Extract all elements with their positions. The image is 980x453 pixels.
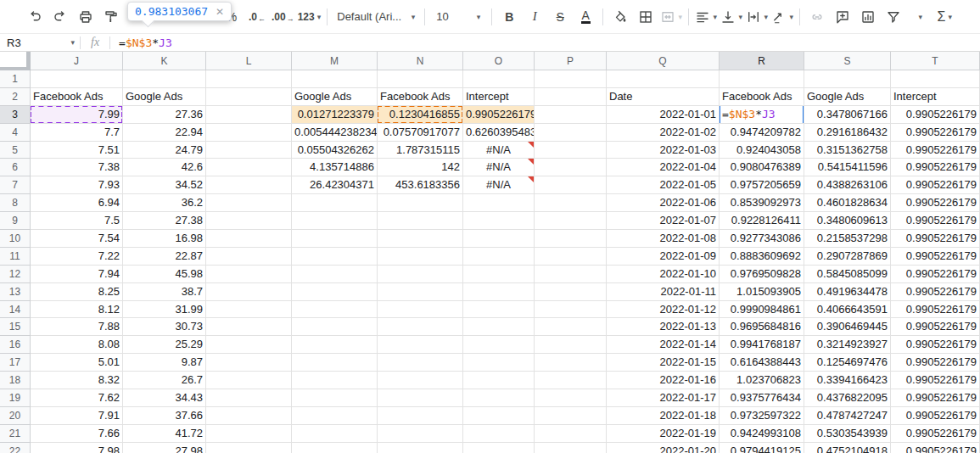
cell-R18[interactable]: 1.023706823 [720, 372, 804, 389]
cell-P10[interactable] [535, 230, 607, 248]
cell-L5[interactable] [206, 142, 292, 159]
paint-format-button[interactable] [100, 6, 122, 28]
cell-R9[interactable]: 0.9228126411 [720, 212, 804, 230]
cell-S21[interactable]: 0.5303543939 [804, 425, 891, 443]
print-button[interactable] [75, 6, 97, 28]
cell-Q16[interactable]: 2022-01-14 [607, 336, 720, 354]
cell-R20[interactable]: 0.9732597322 [720, 407, 804, 425]
cell-P18[interactable] [535, 372, 607, 389]
cell-J12[interactable]: 7.94 [31, 266, 123, 283]
cell-O3[interactable]: 0.9905226179 [463, 106, 535, 124]
cell-R14[interactable]: 0.9990984861 [720, 301, 804, 319]
cell-O18[interactable] [463, 372, 535, 389]
row-header-14[interactable]: 14 [0, 301, 31, 319]
cell-N11[interactable] [378, 248, 463, 266]
cell-P13[interactable] [535, 283, 607, 301]
cell-K9[interactable]: 27.38 [123, 212, 206, 230]
row-header-2[interactable]: 2 [0, 88, 31, 106]
cell-J8[interactable]: 6.94 [31, 194, 123, 212]
strikethrough-button[interactable]: S [549, 6, 571, 28]
cell-K6[interactable]: 42.6 [123, 159, 206, 176]
cell-L17[interactable] [206, 354, 292, 372]
cell-S6[interactable]: 0.5415411596 [804, 159, 891, 176]
cell-P21[interactable] [535, 425, 607, 443]
cell-M7[interactable]: 26.42304371 [292, 176, 378, 194]
cell-M19[interactable] [292, 389, 378, 407]
cell-T1[interactable] [891, 70, 980, 88]
cell-L9[interactable] [206, 212, 292, 230]
row-header-15[interactable]: 15 [0, 318, 31, 336]
cell-J1[interactable] [31, 70, 123, 88]
cell-L1[interactable] [206, 70, 292, 88]
cell-S18[interactable]: 0.3394166423 [804, 372, 891, 389]
cell-R4[interactable]: 0.9474209782 [720, 124, 804, 142]
column-header-R[interactable]: R [720, 52, 804, 70]
cell-M14[interactable] [292, 301, 378, 319]
cell-M20[interactable] [292, 407, 378, 425]
cell-S15[interactable]: 0.3906469445 [804, 318, 891, 336]
cell-O8[interactable] [463, 194, 535, 212]
cell-O21[interactable] [463, 425, 535, 443]
cell-Q8[interactable]: 2022-01-06 [607, 194, 720, 212]
cell-O19[interactable] [463, 389, 535, 407]
cell-T22[interactable]: 0.9905226179 [891, 443, 980, 453]
cell-T2[interactable]: Intercept [891, 88, 980, 106]
cell-K11[interactable]: 22.87 [123, 248, 206, 266]
cell-M8[interactable] [292, 194, 378, 212]
cell-P2[interactable] [535, 88, 607, 106]
cell-Q3[interactable]: 2022-01-01 [607, 106, 720, 124]
cell-S2[interactable]: Google Ads [804, 88, 891, 106]
create-filter-button[interactable] [882, 6, 904, 28]
cell-N1[interactable] [378, 70, 463, 88]
cell-J6[interactable]: 7.38 [31, 159, 123, 176]
cell-T19[interactable]: 0.9905226179 [891, 389, 980, 407]
cell-T14[interactable]: 0.9905226179 [891, 301, 980, 319]
cell-J11[interactable]: 7.22 [31, 248, 123, 266]
cell-editor[interactable]: =$N$3*J3 [720, 106, 804, 124]
cell-O4[interactable]: 0.6260395483 [463, 124, 535, 142]
filter-views-button[interactable]: ▾ [908, 6, 930, 28]
row-header-20[interactable]: 20 [0, 407, 31, 425]
column-header-L[interactable]: L [206, 52, 292, 70]
redo-button[interactable] [49, 6, 71, 28]
cell-R17[interactable]: 0.6164388443 [720, 354, 804, 372]
cell-R2[interactable]: Facebook Ads [720, 88, 804, 106]
cell-S9[interactable]: 0.3480609613 [804, 212, 891, 230]
cell-L22[interactable] [206, 443, 292, 453]
cell-T17[interactable]: 0.9905226179 [891, 354, 980, 372]
cell-L16[interactable] [206, 336, 292, 354]
undo-button[interactable] [24, 6, 46, 28]
cell-J5[interactable]: 7.51 [31, 142, 123, 159]
cell-K13[interactable]: 38.7 [123, 283, 206, 301]
cell-S5[interactable]: 0.3151362758 [804, 142, 891, 159]
row-header-13[interactable]: 13 [0, 283, 31, 301]
cell-N6[interactable]: 142 [378, 159, 463, 176]
cell-N17[interactable] [378, 354, 463, 372]
cell-Q17[interactable]: 2022-01-15 [607, 354, 720, 372]
insert-comment-button[interactable] [832, 6, 854, 28]
cell-J17[interactable]: 5.01 [31, 354, 123, 372]
cell-P6[interactable] [535, 159, 607, 176]
number-format-button[interactable]: 123▾ [298, 6, 322, 28]
cell-Q15[interactable]: 2022-01-13 [607, 318, 720, 336]
cell-M6[interactable]: 4.135714886 [292, 159, 378, 176]
borders-button[interactable] [635, 6, 657, 28]
cell-Q2[interactable]: Date [607, 88, 720, 106]
cell-O14[interactable] [463, 301, 535, 319]
cell-Q6[interactable]: 2022-01-04 [607, 159, 720, 176]
cell-J21[interactable]: 7.66 [31, 425, 123, 443]
text-color-button[interactable]: A [574, 6, 596, 28]
cell-Q5[interactable]: 2022-01-03 [607, 142, 720, 159]
cell-K15[interactable]: 30.73 [123, 318, 206, 336]
cell-K14[interactable]: 31.99 [123, 301, 206, 319]
cell-O10[interactable] [463, 230, 535, 248]
cell-T16[interactable]: 0.9905226179 [891, 336, 980, 354]
cell-R7[interactable]: 0.9757205659 [720, 176, 804, 194]
cell-S8[interactable]: 0.4601828634 [804, 194, 891, 212]
cell-L2[interactable] [206, 88, 292, 106]
cell-N4[interactable]: 0.07570917077 [378, 124, 463, 142]
cell-O17[interactable] [463, 354, 535, 372]
cell-K4[interactable]: 22.94 [123, 124, 206, 142]
text-rotation-button[interactable]: ▾ [771, 6, 793, 28]
cell-M12[interactable] [292, 266, 378, 283]
